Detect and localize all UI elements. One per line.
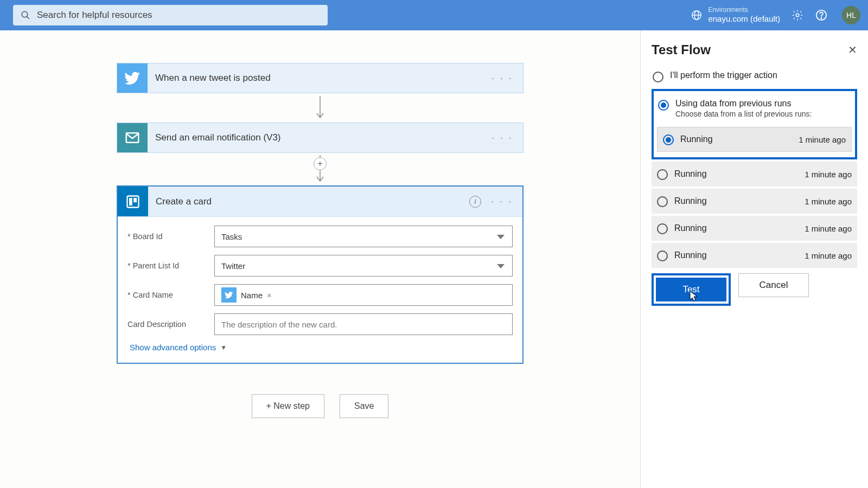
environment-name: enayu.com (default) xyxy=(708,14,780,23)
svg-point-7 xyxy=(821,18,821,18)
run-status: Running xyxy=(674,196,798,206)
run-status: Running xyxy=(674,223,798,233)
step-header[interactable]: Create a card i · · · xyxy=(118,187,522,217)
run-status: Running xyxy=(674,169,798,179)
radio-button[interactable] xyxy=(663,134,674,145)
run-item[interactable]: Running 1 minute ago xyxy=(652,243,857,268)
run-status: Running xyxy=(680,134,792,144)
option-previous-runs[interactable]: Using data from previous runs Choose dat… xyxy=(657,95,852,121)
environment-picker[interactable]: Environments enayu.com (default) xyxy=(691,7,780,23)
radio-label: I'll perform the trigger action xyxy=(670,70,777,80)
card-name-input[interactable]: Name × xyxy=(214,284,513,306)
flow-arrow xyxy=(117,93,524,123)
radio-button[interactable] xyxy=(657,251,668,261)
svg-line-1 xyxy=(27,16,29,19)
test-button[interactable]: Test xyxy=(656,278,726,301)
svg-point-0 xyxy=(22,11,28,17)
gear-icon xyxy=(792,9,803,21)
radio-button[interactable] xyxy=(658,100,669,111)
field-label-cardname: * Card Name xyxy=(127,291,209,299)
panel-title: Test Flow xyxy=(652,42,711,57)
trello-icon xyxy=(118,187,148,216)
save-button[interactable]: Save xyxy=(340,394,388,418)
cancel-button[interactable]: Cancel xyxy=(738,273,809,297)
svg-rect-11 xyxy=(127,196,139,207)
run-time: 1 minute ago xyxy=(805,224,852,233)
twitter-icon xyxy=(117,63,148,93)
field-label-desc: Card Description xyxy=(127,320,209,329)
flow-arrow-add: + xyxy=(117,153,524,185)
run-item[interactable]: Running 1 minute ago xyxy=(652,216,857,241)
settings-button[interactable] xyxy=(791,9,804,22)
run-status: Running xyxy=(674,251,798,260)
step-title: Create a card xyxy=(148,187,459,216)
run-item[interactable]: Running 1 minute ago xyxy=(652,162,857,187)
top-right-controls: Environments enayu.com (default) HL xyxy=(691,6,860,24)
step-title: When a new tweet is posted xyxy=(148,63,482,93)
card-description-text[interactable] xyxy=(221,320,506,329)
token-label: Name xyxy=(241,291,263,300)
radio-button[interactable] xyxy=(657,169,668,180)
test-flow-panel: Test Flow ✕ I'll perform the trigger act… xyxy=(640,30,868,488)
environment-icon xyxy=(691,9,703,21)
option-previous-highlight: Using data from previous runs Choose dat… xyxy=(652,89,857,159)
svg-rect-12 xyxy=(129,198,132,206)
run-time: 1 minute ago xyxy=(805,170,852,179)
test-button-highlight: Test xyxy=(652,273,731,306)
field-label-board: * Board Id xyxy=(127,232,209,241)
user-avatar[interactable]: HL xyxy=(842,6,860,24)
close-panel-button[interactable]: ✕ xyxy=(848,43,857,56)
step-title: Send an email notification (V3) xyxy=(148,123,482,152)
twitter-icon xyxy=(221,287,237,303)
svg-point-5 xyxy=(796,14,799,17)
step-menu-button[interactable]: · · · xyxy=(492,132,513,144)
flow-canvas: When a new tweet is posted · · · Send an… xyxy=(0,30,640,488)
svg-rect-13 xyxy=(133,198,137,202)
top-bar: Environments enayu.com (default) HL xyxy=(0,0,868,30)
add-step-button[interactable]: + xyxy=(314,157,327,170)
run-time: 1 minute ago xyxy=(805,251,852,260)
radio-button[interactable] xyxy=(653,72,663,82)
show-advanced-link[interactable]: Show advanced options ▼ xyxy=(130,343,513,352)
new-step-button[interactable]: + New step xyxy=(252,394,324,418)
radio-label: Using data from previous runs xyxy=(675,99,812,108)
board-select[interactable]: Tasks xyxy=(214,226,513,247)
help-icon xyxy=(815,9,827,21)
radio-subtext: Choose data from a list of previous runs… xyxy=(675,110,812,118)
search-box[interactable] xyxy=(13,5,328,25)
step-menu-button[interactable]: · · · xyxy=(491,196,513,207)
help-button[interactable] xyxy=(815,9,828,22)
environment-label: Environments xyxy=(708,7,780,14)
option-manual-trigger[interactable]: I'll perform the trigger action xyxy=(652,67,857,86)
step-menu-button[interactable]: · · · xyxy=(492,73,513,84)
search-input[interactable] xyxy=(37,10,320,21)
search-icon xyxy=(21,10,30,20)
run-item[interactable]: Running 1 minute ago xyxy=(657,127,852,152)
flow-step-trello: Create a card i · · · * Board Id Tasks *… xyxy=(117,185,524,364)
card-description-input[interactable] xyxy=(214,313,513,335)
run-time: 1 minute ago xyxy=(805,197,852,206)
flow-step-trigger[interactable]: When a new tweet is posted · · · xyxy=(117,63,524,93)
run-item[interactable]: Running 1 minute ago xyxy=(652,189,857,214)
token-remove-button[interactable]: × xyxy=(267,291,272,300)
radio-button[interactable] xyxy=(657,223,668,234)
flow-step-email[interactable]: Send an email notification (V3) · · · xyxy=(117,123,524,153)
parent-list-select[interactable]: Twitter xyxy=(214,255,513,277)
mail-icon xyxy=(117,123,148,152)
chevron-down-icon: ▼ xyxy=(220,344,227,351)
dynamic-token[interactable]: Name × xyxy=(221,287,272,303)
field-label-parent: * Parent List Id xyxy=(127,261,209,270)
info-icon[interactable]: i xyxy=(469,196,481,208)
run-time: 1 minute ago xyxy=(799,135,846,144)
radio-button[interactable] xyxy=(657,196,668,207)
